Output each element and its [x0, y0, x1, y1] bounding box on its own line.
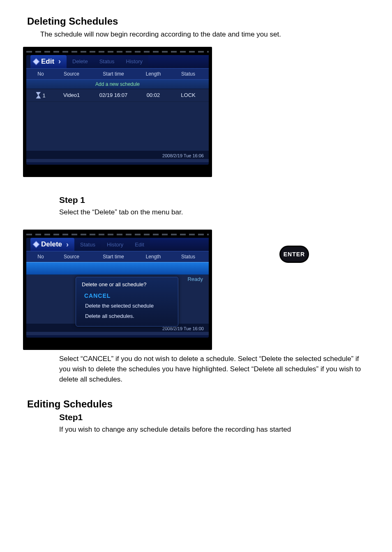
schedule-table: No Source Start time Length Status Add a… [26, 68, 209, 162]
table-header-2: No Source Start time Length Status [26, 251, 209, 262]
col-no: No [30, 71, 51, 77]
cell-no: 1 [30, 92, 51, 99]
cell-source: Video1 [51, 92, 92, 99]
tab-edit-2[interactable]: Edit [129, 238, 150, 251]
doc-subtitle: The schedule will now begin recording ac… [40, 30, 369, 39]
table-row[interactable] [26, 262, 209, 275]
dialog-cancel[interactable]: CANCEL [82, 291, 173, 301]
device-screenshot-delete: Delete › Status History Edit No Source S… [23, 230, 212, 350]
editing-step1: Step1 [59, 412, 369, 422]
col-length: Length [135, 71, 172, 77]
tab-bar: Edit › Delete Status History [26, 55, 209, 68]
cell-start: 02/19 16:07 [92, 92, 135, 99]
tab-status[interactable]: Status [94, 55, 120, 68]
dialog-delete-selected[interactable]: Delete the selected schedule [82, 301, 173, 311]
tab-active-icon [33, 241, 40, 248]
col-status: Status [172, 71, 205, 77]
cell-length: 00:02 [135, 92, 172, 99]
editing-step1-desc: If you wish to change any schedule detai… [59, 425, 369, 435]
col-status: Status [172, 254, 205, 260]
tab-active-icon [33, 58, 40, 65]
col-source: Source [51, 71, 92, 77]
col-start: Start time [92, 71, 135, 77]
schedule-table-2: No Source Start time Length Status 2008/… [26, 251, 209, 335]
col-start: Start time [92, 254, 135, 260]
add-schedule[interactable]: Add a new schedule [26, 79, 209, 89]
editing-heading: Editing Schedules [27, 398, 369, 410]
col-source: Source [51, 254, 92, 260]
status-ready: Ready [187, 276, 203, 282]
tab-delete[interactable]: Delete [67, 55, 94, 68]
dialog-delete-all[interactable]: Delete all schedules. [82, 311, 173, 321]
cell-status: LOCK [172, 92, 205, 99]
step2-body: Select “CANCEL” if you do not wish to de… [59, 354, 369, 384]
step1-desc: Select the “Delete” tab on the menu bar. [59, 207, 369, 218]
tab-chevron-icon: › [58, 57, 61, 66]
device-screenshot-edit: Edit › Delete Status History No Source S… [23, 47, 212, 177]
table-header: No Source Start time Length Status [26, 69, 209, 79]
tab-edit[interactable]: Edit › [30, 55, 67, 68]
tab-history[interactable]: History [120, 55, 148, 68]
step1-title: Step 1 [59, 195, 369, 205]
delete-dialog: Delete one or all schedule? CANCEL Delet… [76, 277, 178, 327]
hourglass-icon [36, 92, 41, 99]
tab-bar-2: Delete › Status History Edit [26, 238, 209, 251]
tab-delete-label: Delete [41, 240, 62, 248]
tab-delete-active[interactable]: Delete › [30, 238, 74, 251]
tab-status-2[interactable]: Status [74, 238, 101, 251]
table-row[interactable]: 1 Video1 02/19 16:07 00:02 LOCK [26, 89, 209, 102]
tab-edit-label: Edit [41, 58, 54, 66]
tab-chevron-icon: › [66, 240, 69, 249]
enter-button-graphic: ENTER [279, 246, 309, 263]
dialog-title: Delete one or all schedule? [82, 281, 173, 288]
doc-title: Deleting Schedules [27, 16, 369, 27]
clock-readout: 2008/2/19 Tue 16:06 [26, 151, 209, 159]
col-length: Length [135, 254, 172, 260]
tab-history-2[interactable]: History [101, 238, 129, 251]
col-no: No [30, 254, 51, 260]
